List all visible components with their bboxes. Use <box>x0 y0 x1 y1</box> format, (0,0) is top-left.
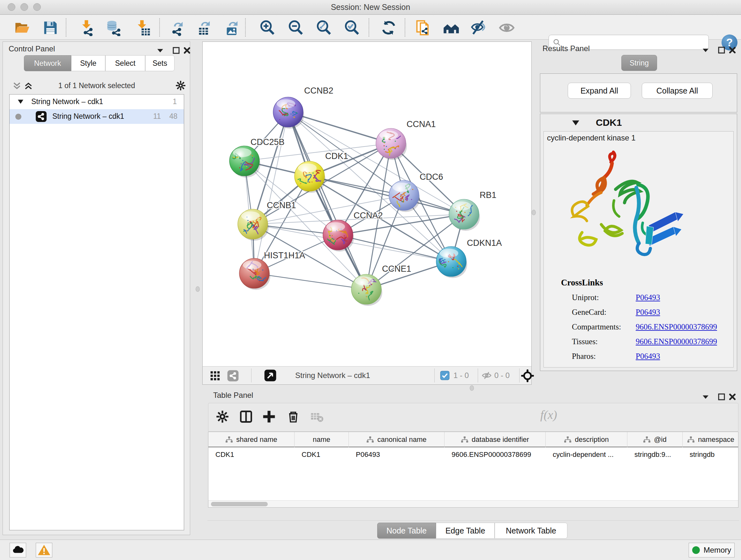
crosslink-link[interactable]: P06493 <box>636 308 660 317</box>
expand-all-networks-icon[interactable] <box>23 81 33 90</box>
show-columns-icon[interactable] <box>239 410 255 426</box>
function-builder-icon[interactable]: f(x) <box>540 408 557 422</box>
crosslink-link[interactable]: 9606.ENSP00000378699 <box>636 337 717 346</box>
protein-description: cyclin-dependent kinase 1 <box>547 133 636 142</box>
panel-float-icon[interactable] <box>172 46 181 55</box>
birdseye-view-icon[interactable] <box>264 369 273 379</box>
panel-menu-icon[interactable] <box>155 46 165 55</box>
column-header-at-id[interactable]: @id <box>627 432 683 447</box>
collection-disclosure-icon[interactable] <box>18 100 23 104</box>
hidden-eye-icon[interactable] <box>482 370 491 380</box>
network-edge[interactable] <box>254 273 366 289</box>
import-network-file-icon[interactable] <box>79 19 96 36</box>
cloud-button[interactable] <box>10 543 26 557</box>
network-edge[interactable] <box>254 112 288 273</box>
network-edge[interactable] <box>338 235 451 261</box>
network-node-ccnb2[interactable]: CCNB2 <box>273 86 333 129</box>
horizontal-scrollbar[interactable] <box>208 500 738 507</box>
fit-target-icon[interactable] <box>521 369 531 379</box>
column-header-shared-name[interactable]: shared name <box>208 432 294 447</box>
network-node-cdc6[interactable]: CDC6 <box>389 172 443 212</box>
tab-select[interactable]: Select <box>105 55 145 71</box>
network-node-rb1[interactable]: RB1 <box>449 190 496 231</box>
crosslink-link[interactable]: P06493 <box>636 352 660 361</box>
tab-network-table[interactable]: Network Table <box>495 523 567 539</box>
network-edge[interactable] <box>310 176 464 214</box>
cloud-icon <box>10 543 25 557</box>
column-header-name[interactable]: name <box>294 432 349 447</box>
string-import-icon[interactable] <box>415 19 431 36</box>
tab-sets[interactable]: Sets <box>145 55 175 71</box>
network-canvas[interactable]: CCNB2CCNA1CDC25BCDK1CDC6RB1CCNB1CCNA2CDK… <box>203 42 531 366</box>
selected-checkbox-icon[interactable] <box>440 371 450 380</box>
tab-string[interactable]: String <box>621 55 657 71</box>
panel-close-icon[interactable] <box>728 392 737 401</box>
table-settings-gear-icon[interactable] <box>215 410 231 426</box>
table-header-row: shared name name canonical name database… <box>208 432 738 447</box>
column-type-icon <box>225 436 233 443</box>
node-label: CDC6 <box>420 172 443 182</box>
export-table-file-icon[interactable] <box>196 19 213 36</box>
result-disclosure-icon[interactable] <box>572 120 579 125</box>
splitter-handle[interactable] <box>532 210 536 215</box>
delete-table-icon[interactable] <box>310 410 326 426</box>
panel-menu-icon[interactable] <box>701 392 711 401</box>
memory-button[interactable]: Memory <box>689 543 735 557</box>
column-header-description[interactable]: description <box>546 432 627 447</box>
network-node-cdkn1a[interactable]: CDKN1A <box>435 238 502 278</box>
import-table-file-icon[interactable] <box>135 19 151 36</box>
crosslink-label: Tissues: <box>572 337 598 346</box>
zoom-out-icon[interactable] <box>287 19 304 36</box>
network-node-hist1h1a[interactable]: HIST1H1A <box>239 251 305 290</box>
apply-layout-icon[interactable] <box>381 19 397 36</box>
save-session-icon[interactable] <box>42 19 59 36</box>
network-collection-row[interactable]: String Network – cdk1 1 <box>10 95 184 109</box>
collapse-all-button[interactable]: Collapse All <box>642 83 713 99</box>
network-node-ccna1[interactable]: CCNA1 <box>376 119 436 160</box>
crosslink-link[interactable]: P06493 <box>636 293 660 302</box>
network-options-gear-icon[interactable] <box>175 80 185 90</box>
expand-all-button[interactable]: Expand All <box>568 83 631 99</box>
network-row-selected[interactable]: String Network – cdk1 11 48 <box>10 109 184 124</box>
column-type-icon <box>366 436 374 443</box>
warnings-button[interactable] <box>36 543 52 557</box>
network-node-ccnb1[interactable]: CCNB1 <box>238 200 296 241</box>
collapse-all-networks-icon[interactable] <box>12 81 21 90</box>
delete-column-icon[interactable] <box>286 410 302 426</box>
zoom-selected-icon[interactable] <box>344 19 360 36</box>
share-view-icon[interactable] <box>227 370 237 379</box>
tab-edge-table[interactable]: Edge Table <box>436 523 495 539</box>
grid-view-icon[interactable] <box>210 370 219 380</box>
add-column-icon[interactable] <box>262 410 278 426</box>
open-session-icon[interactable] <box>14 19 30 36</box>
scrollbar-thumb[interactable] <box>211 502 268 506</box>
column-header-namespace[interactable]: namespace <box>683 432 738 447</box>
column-header-canonical-name[interactable]: canonical name <box>349 432 445 447</box>
splitter-handle[interactable] <box>196 287 200 292</box>
panel-float-icon[interactable] <box>717 392 726 401</box>
zoom-fit-icon[interactable] <box>316 19 332 36</box>
tab-node-table[interactable]: Node Table <box>377 523 436 539</box>
panel-menu-icon[interactable] <box>701 45 711 55</box>
zoom-in-icon[interactable] <box>259 19 276 36</box>
import-network-database-icon[interactable] <box>105 19 122 36</box>
panel-close-icon[interactable] <box>728 45 737 55</box>
crosslink-link[interactable]: 9606.ENSP00000378699 <box>636 322 717 331</box>
network-edge[interactable] <box>288 112 366 289</box>
column-header-database-identifier[interactable]: database identifier <box>445 432 546 447</box>
control-panel: Control Panel Network Style Select Sets … <box>3 42 190 535</box>
tab-style[interactable]: Style <box>71 55 105 71</box>
houses-icon[interactable] <box>443 19 460 36</box>
show-graphics-details-icon[interactable] <box>498 19 515 36</box>
network-node-cdk1[interactable]: CDK1 <box>292 151 348 193</box>
export-network-file-icon[interactable] <box>169 19 186 36</box>
export-image-file-icon[interactable] <box>224 19 241 36</box>
panel-float-icon[interactable] <box>717 45 726 55</box>
table-row[interactable]: CDK1 CDK1 P06493 9606.ENSP00000378699 cy… <box>208 447 738 462</box>
node-label: CCNE1 <box>382 264 411 273</box>
title-bar: Session: New Session <box>0 0 741 15</box>
hide-graphics-details-icon[interactable] <box>470 19 487 36</box>
panel-close-icon[interactable] <box>182 46 192 55</box>
table-toolbar: f(x) <box>208 403 738 432</box>
tab-network[interactable]: Network <box>24 55 71 71</box>
